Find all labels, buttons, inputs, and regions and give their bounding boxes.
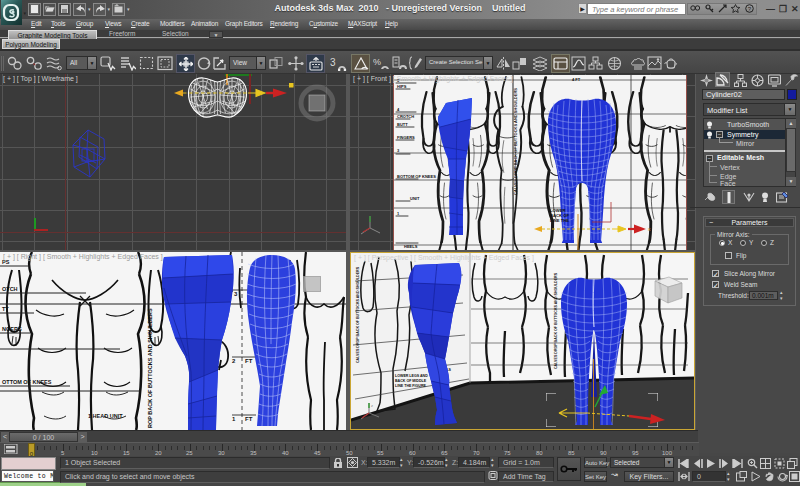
svg-text:CROTCH: CROTCH [397, 114, 414, 119]
svg-text:ROP BACK OF BUTTOCKS AND SHOUL: ROP BACK OF BUTTOCKS AND SHOULDERS [147, 308, 153, 428]
svg-text:%: % [373, 57, 381, 67]
svg-text:BUTT: BUTT [397, 122, 408, 127]
svg-text:z: z [371, 403, 373, 408]
svg-text:4: 4 [397, 107, 400, 112]
svg-text:x: x [648, 226, 651, 232]
svg-text:TT: TT [2, 306, 9, 312]
svg-text:4 FT: 4 FT [572, 77, 581, 82]
svg-text:1 HEAD UNIT: 1 HEAD UNIT [88, 413, 123, 419]
svg-text:OTCH: OTCH [2, 286, 18, 292]
svg-text:?: ? [748, 6, 752, 12]
svg-text:HIPS: HIPS [397, 84, 407, 89]
svg-text:OTTOM OF KNEES: OTTOM OF KNEES [2, 379, 52, 385]
svg-text:1: 1 [397, 211, 400, 216]
svg-text:UNIT: UNIT [410, 196, 420, 201]
svg-text:CALVES DROP BACK OF BUTTOCKS A: CALVES DROP BACK OF BUTTOCKS AND SHOULDE… [356, 266, 360, 363]
svg-text:NGERS: NGERS [2, 326, 22, 332]
svg-text:CALVES DROP BACK OF BUTTOCKS A: CALVES DROP BACK OF BUTTOCKS AND SHOULDE… [513, 88, 518, 195]
svg-text:3: 3 [397, 148, 400, 153]
svg-text:LINE THE: LINE THE [550, 218, 569, 223]
svg-text:FINGERS: FINGERS [397, 135, 415, 140]
svg-text:3: 3 [330, 57, 336, 68]
svg-text:BOTTOM OF KNEES: BOTTOM OF KNEES [397, 174, 436, 179]
svg-text:HEELS: HEELS [404, 244, 418, 249]
